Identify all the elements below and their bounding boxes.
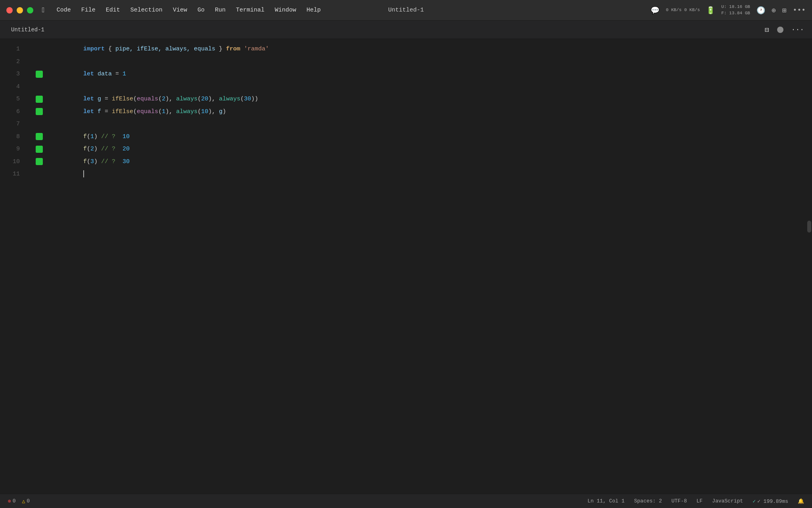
status-right: Ln 11, Col 1 Spaces: 2 UTF-8 LF JavaScri… <box>588 498 804 504</box>
tab-title: Untitled-1 <box>11 27 44 33</box>
line-ending-info[interactable]: LF <box>697 498 703 504</box>
perf-time: ✓ 199.89ms <box>757 498 788 504</box>
indent-info[interactable]: Spaces: 2 <box>634 498 662 504</box>
gutter-dot-8 <box>36 133 43 140</box>
gutter-11 <box>36 171 43 178</box>
gutter-dot-6 <box>36 108 43 115</box>
line-11-content <box>48 156 84 193</box>
network-info: 0 KB/s 0 KB/s <box>666 7 700 13</box>
encoding-info[interactable]: UTF-8 <box>671 498 687 504</box>
titlebar:  Code File Edit Selection View Go Run T… <box>0 0 812 21</box>
editor-window: Untitled-1 ⊟ ··· 1 2 3 4 5 6 7 8 9 10 11 <box>0 21 812 494</box>
menu-code[interactable]: Code <box>53 5 75 15</box>
memory-info: U: 18.16 GB F: 13.84 GB <box>721 4 750 16</box>
split-editor-icon[interactable]: ⊟ <box>763 24 771 36</box>
code-area[interactable]: import { pipe, ifElse, always, equals } … <box>28 39 812 494</box>
menu-go[interactable]: Go <box>193 5 209 15</box>
editor-tab[interactable]: Untitled-1 <box>6 25 49 35</box>
warning-icon: △ <box>22 498 25 504</box>
code-line-7 <box>36 118 804 131</box>
window-title: Untitled-1 <box>388 7 424 13</box>
code-line-1: import { pipe, ifElse, always, equals } … <box>36 43 804 56</box>
minimize-button[interactable] <box>17 7 23 13</box>
titlebar-left:  Code File Edit Selection View Go Run T… <box>6 5 325 16</box>
scrollbar-thumb[interactable] <box>807 221 811 233</box>
error-icon: ⊗ <box>8 498 11 504</box>
gutter-dot-10 <box>36 158 43 165</box>
code-line-11 <box>36 168 804 181</box>
code-line-8: f(1) // ? 10 <box>36 131 804 143</box>
sys-info: 0 KB/s 0 KB/s <box>666 7 700 13</box>
wechat-icon: 💬 <box>651 6 659 15</box>
settings-icon: ⊞ <box>782 6 787 15</box>
menu-edit[interactable]: Edit <box>102 5 124 15</box>
line-numbers: 1 2 3 4 5 6 7 8 9 10 11 <box>0 39 28 494</box>
perf-info: ✓ ✓ 199.89ms <box>753 498 788 504</box>
titlebar-right: 💬 0 KB/s 0 KB/s 🔋 U: 18.16 GB F: 13.84 G… <box>651 4 806 16</box>
share-icon: ⊕ <box>772 6 776 15</box>
traffic-lights <box>6 7 33 13</box>
gutter-1 <box>36 46 43 53</box>
error-label <box>17 498 21 504</box>
gutter-dot-3 <box>36 71 43 78</box>
tab-dot <box>777 27 783 33</box>
errors-indicator[interactable]: ⊗ 0 △ 0 <box>8 498 30 504</box>
notification-icon[interactable]: 🔔 <box>798 498 804 504</box>
menu-help[interactable]: Help <box>303 5 325 15</box>
more-options-icon[interactable]: ··· <box>790 24 806 35</box>
status-left: ⊗ 0 △ 0 <box>8 498 30 504</box>
code-line-9: f(2) // ? 20 <box>36 143 804 156</box>
apple-menu[interactable]:  <box>38 5 50 16</box>
warning-count: 0 <box>27 498 30 504</box>
battery-icon: 🔋 <box>706 6 715 15</box>
menu-run[interactable]: Run <box>211 5 230 15</box>
menu-window[interactable]: Window <box>271 5 300 15</box>
menu-file[interactable]: File <box>77 5 100 15</box>
menu-selection[interactable]: Selection <box>126 5 167 15</box>
code-line-10: f(3) // ? 30 <box>36 156 804 168</box>
error-count: 0 <box>13 498 16 504</box>
time-icon: 🕐 <box>756 6 765 15</box>
check-icon: ✓ <box>753 498 756 504</box>
tab-bar: Untitled-1 ⊟ ··· <box>0 21 812 39</box>
menu-terminal[interactable]: Terminal <box>232 5 268 15</box>
gutter-dot-5 <box>36 96 43 103</box>
gutter-dot-9 <box>36 146 43 153</box>
code-line-2 <box>36 56 804 68</box>
code-line-3: let data = 1 <box>36 68 804 81</box>
tab-actions: ⊟ ··· <box>763 24 806 36</box>
menu-view[interactable]: View <box>169 5 191 15</box>
cursor-position[interactable]: Ln 11, Col 1 <box>588 498 625 504</box>
memory-free: F: 13.84 GB <box>721 10 750 16</box>
language-info[interactable]: JavaScript <box>712 498 743 504</box>
scrollbar-track[interactable] <box>806 39 812 494</box>
memory-used: U: 18.16 GB <box>721 4 750 10</box>
gutter-4 <box>36 83 43 90</box>
code-line-6: let f = ifElse(equals(1), always(10), g) <box>36 106 804 118</box>
maximize-button[interactable] <box>27 7 33 13</box>
editor-content: 1 2 3 4 5 6 7 8 9 10 11 import { pipe, i… <box>0 39 812 494</box>
more-icon: ••• <box>793 6 806 14</box>
gutter-7 <box>36 121 43 128</box>
close-button[interactable] <box>6 7 13 13</box>
gutter-2 <box>36 58 43 65</box>
menu-bar:  Code File Edit Selection View Go Run T… <box>38 5 325 16</box>
status-bar: ⊗ 0 △ 0 Ln 11, Col 1 Spaces: 2 UTF-8 LF … <box>0 494 812 508</box>
